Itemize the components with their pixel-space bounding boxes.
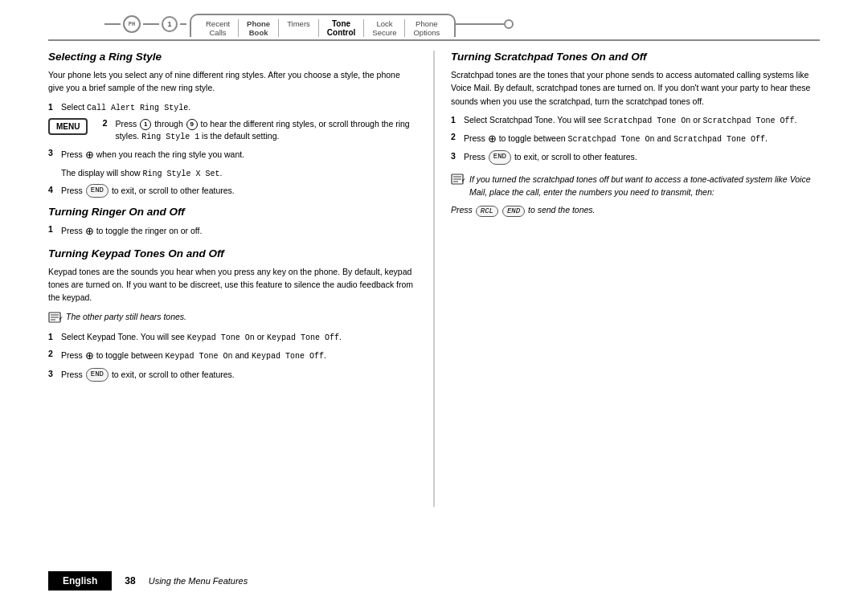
section-ring-style: Selecting a Ring Style Your phone lets y… <box>48 51 417 198</box>
ringer-step-1: 1 Press ⊕ to toggle the ringer on or off… <box>48 223 417 239</box>
scratchpad-step-1: 1 Select Scratchpad Tone. You will see S… <box>451 114 820 127</box>
scratchpad-step-2: 2 Press ⊕ to toggle between Scratchpad T… <box>451 131 820 147</box>
ring-style-step-1: 1 Select Call Alert Ring Style. <box>48 101 417 114</box>
tab-recent-calls[interactable]: Recent Calls <box>198 19 239 37</box>
scratchpad-note-text: If you turned the scratchpad tones off b… <box>469 173 820 199</box>
navigation-bar: PH 1 Recent Calls Phone Book Timers <box>0 0 868 39</box>
section-keypad-title: Turning Keypad Tones On and Off <box>48 247 417 260</box>
scratchpad-note-block: If you turned the scratchpad tones off b… <box>451 173 820 199</box>
left-column: Selecting a Ring Style Your phone lets y… <box>48 51 435 507</box>
footer-language-badge: English <box>48 571 112 591</box>
note-icon-scratchpad <box>451 174 465 186</box>
tab-phone-book[interactable]: Phone Book <box>239 19 279 37</box>
main-content: Selecting a Ring Style Your phone lets y… <box>0 41 868 507</box>
tab-timers[interactable]: Timers <box>279 19 319 37</box>
ring-style-step-2: MENU 2 Press 1 through 9 to hear the dif… <box>48 118 417 144</box>
right-column: Turning Scratchpad Tones On and Off Scra… <box>435 51 820 507</box>
keypad-step-3: 3 Press END to exit, or scroll to other … <box>48 368 417 382</box>
ring-style-display: The display will show Ring Style X Set. <box>61 167 417 180</box>
note-icon-keypad <box>48 312 63 327</box>
section-ring-style-body: Your phone lets you select any of nine d… <box>48 68 417 95</box>
keypad-step-1: 1 Select Keypad Tone. You will see Keypa… <box>48 331 417 344</box>
footer-page-number: 38 <box>125 575 135 586</box>
keypad-note: The other party still hears tones. <box>48 311 417 327</box>
keypad-note-text: The other party still hears tones. <box>66 311 186 324</box>
section-keypad-tones: Turning Keypad Tones On and Off Keypad t… <box>48 247 417 382</box>
num-circle: 1 <box>162 16 178 32</box>
section-ringer-title: Turning Ringer On and Off <box>48 206 417 218</box>
section-scratchpad-title: Turning Scratchpad Tones On and Off <box>451 51 820 63</box>
phone-icon-circle: PH <box>123 15 141 33</box>
footer: English 38 Using the Menu Features <box>0 571 868 591</box>
menu-button: MENU <box>48 118 88 135</box>
ring-style-step-3: 3 Press ⊕ when you reach the ring style … <box>48 147 417 163</box>
section-ringer: Turning Ringer On and Off 1 Press ⊕ to t… <box>48 206 417 239</box>
ring-style-step-4: 4 Press END to exit, or scroll to other … <box>48 184 417 198</box>
tab-lock-secure[interactable]: Lock Secure <box>363 19 404 37</box>
curved-tab: Recent Calls Phone Book Timers Tone Cont… <box>190 14 456 37</box>
section-scratchpad: Turning Scratchpad Tones On and Off Scra… <box>451 51 820 217</box>
section-scratchpad-body: Scratchpad tones are the tones that your… <box>451 68 820 108</box>
tab-tone-control[interactable]: Tone Control <box>319 19 364 37</box>
section-keypad-body: Keypad tones are the sounds you hear whe… <box>48 265 417 304</box>
footer-page-text: Using the Menu Features <box>149 576 248 586</box>
scratchpad-step-3: 3 Press END to exit, or scroll to other … <box>451 150 820 165</box>
section-ring-style-title: Selecting a Ring Style <box>48 51 417 63</box>
keypad-step-2: 2 Press ⊕ to toggle between Keypad Tone … <box>48 348 417 364</box>
nav-tabs-container: PH 1 Recent Calls Phone Book Timers <box>104 12 764 35</box>
tab-phone-options[interactable]: Phone Options <box>404 19 448 37</box>
scratchpad-press-line: Press RCL END to send the tones. <box>451 205 820 216</box>
